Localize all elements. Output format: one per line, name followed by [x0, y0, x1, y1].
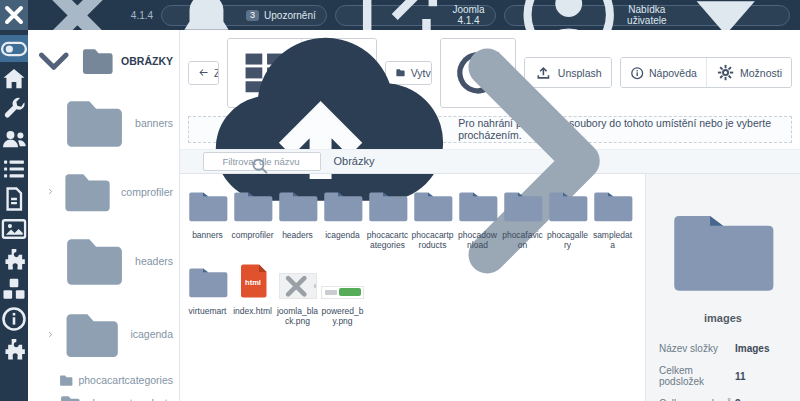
media-item-icon: html: [456, 186, 499, 223]
version-text: 4.1.4: [131, 10, 153, 21]
media-item[interactable]: html powered_by.png: [321, 262, 364, 326]
media-item-icon: html: [231, 262, 274, 299]
tree-item-label: comprofiler: [121, 186, 173, 198]
sidebar-icon: [0, 155, 28, 183]
tree-item-label: headers: [135, 255, 173, 267]
media-item-label: comprofiler: [231, 230, 274, 240]
media-item-label: joomla_black.png: [276, 306, 319, 326]
media-item[interactable]: html phocacartcategories: [366, 186, 409, 250]
media-grid: html banners: [180, 174, 645, 401]
sidebar-item-help[interactable]: [0, 305, 28, 332]
tree-item[interactable]: headers: [34, 223, 173, 299]
gear-icon: [716, 63, 735, 82]
media-item-icon: html: [591, 186, 634, 223]
sidebar-icon: [0, 35, 28, 63]
breadcrumb-label: Obrázky: [333, 155, 374, 167]
sidebar-item-toggle[interactable]: [0, 35, 28, 62]
sidebar-item-menus[interactable]: [0, 155, 28, 182]
tree-item[interactable]: comprofiler: [34, 161, 173, 223]
media-item-label: sampledata: [591, 230, 634, 250]
media-item[interactable]: html phocacartproducts: [411, 186, 454, 250]
sidebar-item-users[interactable]: [0, 125, 28, 152]
folder-icon: [548, 188, 588, 223]
tree-item[interactable]: icagenda: [34, 299, 173, 370]
html-file-icon: html: [238, 263, 268, 299]
powered-by-thumbnail: [321, 286, 364, 299]
details-value: 11: [735, 371, 746, 382]
folder-icon: [58, 391, 83, 401]
folder-icon: [368, 188, 408, 223]
media-item-icon: html: [186, 262, 229, 299]
details-label: Celkem podsložek: [659, 365, 735, 387]
sidebar-icon: [0, 185, 28, 213]
media-item[interactable]: html comprofiler: [231, 186, 274, 250]
sidebar-item-system[interactable]: [0, 95, 28, 122]
tree-item[interactable]: phocacartproducts: [34, 390, 173, 401]
tree-item-label: banners: [135, 117, 173, 129]
folder-icon: [233, 188, 273, 223]
tree-root-label: OBRÁZKY: [121, 55, 173, 67]
sidebar-icon: [0, 125, 28, 153]
details-value: Images: [735, 343, 769, 354]
media-item[interactable]: html phocagallery: [546, 186, 589, 250]
folder-icon: [458, 188, 498, 223]
sidebar-icon: [0, 95, 28, 123]
media-item[interactable]: html index.html: [231, 262, 274, 326]
media-item-label: virtuemart: [186, 306, 229, 316]
media-item-icon: html: [411, 186, 454, 223]
search-wrap: [188, 151, 321, 171]
media-item-icon: html: [321, 262, 364, 299]
tree-item[interactable]: banners: [34, 85, 173, 161]
selected-folder-icon: [671, 204, 775, 296]
details-row: Název složky Images: [646, 338, 800, 360]
tree-item[interactable]: phocacartcategories: [34, 370, 173, 389]
media-item-icon: html: [321, 186, 364, 223]
sidebar-item-media[interactable]: [0, 215, 28, 242]
media-item-icon: html: [366, 186, 409, 223]
media-item[interactable]: html virtuemart: [186, 262, 229, 326]
filter-bar: Obrázky: [180, 149, 800, 174]
media-item[interactable]: html headers: [276, 186, 319, 250]
sidebar-item-extensions[interactable]: [0, 275, 28, 302]
media-item[interactable]: html phocafavicon: [501, 186, 544, 250]
tree-item-label: phocacartcategories: [78, 374, 173, 386]
media-item-label: headers: [276, 230, 319, 240]
chevron-right-icon: [47, 331, 54, 338]
media-item-label: phocacartproducts: [411, 230, 454, 250]
svg-text:html: html: [245, 277, 261, 286]
media-item-icon: html: [546, 186, 589, 223]
sidebar-item-components[interactable]: [0, 245, 28, 272]
media-item-label: phocadownload: [456, 230, 499, 250]
sidebar-item-home[interactable]: [0, 65, 28, 92]
folder-icon: [58, 224, 131, 297]
media-item-label: phocagallery: [546, 230, 589, 250]
media-item[interactable]: html banners: [186, 186, 229, 250]
chevron-down-icon: [34, 41, 74, 81]
media-item[interactable]: html sampledata: [591, 186, 634, 250]
search-icon: [188, 154, 199, 165]
options-button[interactable]: Možnosti: [706, 58, 791, 87]
media-item-icon: html: [276, 262, 319, 299]
media-item-label: banners: [186, 230, 229, 240]
media-item[interactable]: html phocadownload: [456, 186, 499, 250]
details-title: images: [646, 312, 800, 324]
tree-item-label: icagenda: [130, 328, 173, 340]
media-item-label: powered_by.png: [321, 306, 364, 326]
media-item-icon: html: [276, 186, 319, 223]
joomla-image-thumbnail: [279, 273, 317, 299]
folder-icon: [503, 188, 543, 223]
sidebar-icon: [0, 275, 28, 303]
media-item[interactable]: html icagenda: [321, 186, 364, 250]
sidebar-item-content[interactable]: [0, 185, 28, 212]
media-item[interactable]: html joomla_black.png: [276, 262, 319, 326]
details-row: Celkem podsložek 11: [646, 360, 800, 393]
sidebar-item-plugins[interactable]: [0, 335, 28, 362]
media-content: html banners: [180, 174, 800, 401]
media-manager-main: Zpět Nahoru Vytvořit: [180, 30, 800, 401]
details-label: Název složky: [659, 343, 735, 354]
joomla-logo[interactable]: [0, 0, 28, 30]
tree-root-images[interactable]: OBRÁZKY: [34, 41, 173, 81]
sidebar-icon: [0, 215, 28, 243]
tree-item-label: phocacartproducts: [87, 397, 173, 401]
folder-icon: [188, 188, 228, 223]
